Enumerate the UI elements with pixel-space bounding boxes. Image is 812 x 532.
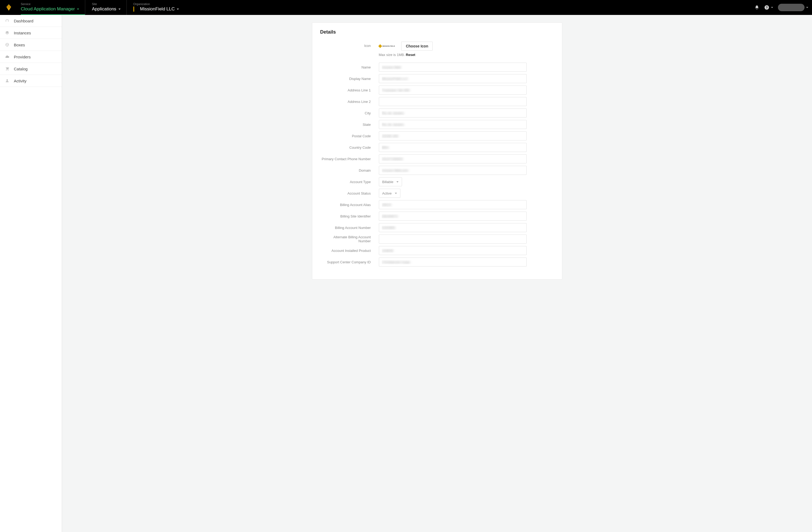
user-avatar: [778, 4, 804, 11]
form-row: Primary Contact Phone Number: [320, 154, 554, 164]
field-label-account-type: Account Type: [320, 180, 379, 184]
notifications-button[interactable]: [753, 4, 760, 11]
field-input-alternate-billing-account-number[interactable]: [379, 235, 526, 243]
field-input-name[interactable]: [379, 62, 526, 72]
field-input-support-center-company-id[interactable]: [379, 257, 526, 267]
field-input-display-name[interactable]: [379, 74, 526, 83]
form-row: Support Center Company ID: [320, 257, 554, 267]
sidebar-item-label: Providers: [14, 55, 31, 59]
user-icon: [5, 79, 10, 83]
caret-down-icon: [77, 9, 79, 10]
field-label-icon: Icon: [320, 42, 379, 48]
form-row: Alternate Billing Account Number: [320, 234, 554, 244]
org-logo-icon: [378, 44, 382, 48]
nav-service-value: Cloud Application Manager: [21, 6, 79, 12]
field-label-state: State: [320, 123, 379, 127]
form-row: Domain: [320, 166, 554, 175]
field-input-account-installed-product[interactable]: [379, 246, 526, 255]
field-input-primary-contact-phone-number[interactable]: [379, 154, 526, 163]
form-row: State: [320, 120, 554, 129]
form-row: City: [320, 108, 554, 118]
form-row: Postal Code: [320, 131, 554, 141]
org-badge-icon: [133, 6, 134, 12]
sidebar-item-providers[interactable]: Providers: [0, 51, 62, 63]
sidebar-item-label: Dashboard: [14, 19, 33, 23]
sidebar-item-activity[interactable]: Activity: [0, 75, 62, 87]
caret-down-icon: [395, 193, 397, 194]
nav-site[interactable]: Site Applications: [85, 0, 127, 15]
field-label-city: City: [320, 111, 379, 115]
caret-down-icon: [806, 7, 808, 8]
field-label-postal-code: Postal Code: [320, 134, 379, 138]
field-input-state[interactable]: [379, 120, 526, 129]
caret-down-icon: [396, 181, 398, 183]
field-input-domain[interactable]: [379, 166, 526, 175]
field-input-address-line-2[interactable]: [379, 97, 526, 106]
field-label-alternate-billing-account-number: Alternate Billing Account Number: [320, 235, 379, 243]
form-row: Billing Site Identifier: [320, 211, 554, 221]
field-label-billing-account-number: Billing Account Number: [320, 226, 379, 230]
field-input-postal-code[interactable]: [379, 131, 526, 140]
topbar: Service Cloud Application Manager Site A…: [0, 0, 812, 15]
panel-title: Details: [320, 29, 554, 35]
sidebar-item-boxes[interactable]: Boxes: [0, 39, 62, 51]
icon-size-hint: Max size is 1MB. Reset: [379, 53, 554, 57]
caret-down-icon: [177, 9, 179, 10]
caret-down-icon: [118, 9, 120, 10]
field-label-billing-site-identifier: Billing Site Identifier: [320, 214, 379, 218]
field-label-display-name: Display Name: [320, 77, 379, 81]
details-panel: Details Icon MISSION FIELD Choose Icon M…: [312, 23, 562, 280]
main-content: Details Icon MISSION FIELD Choose Icon M…: [62, 15, 812, 293]
sidebar-item-instances[interactable]: Instances: [0, 27, 62, 39]
sidebar-item-label: Activity: [14, 79, 27, 83]
cart-icon: [5, 67, 10, 71]
sidebar: DashboardInstancesBoxesProvidersCatalogA…: [0, 15, 62, 293]
account-status-select[interactable]: Active: [379, 189, 401, 198]
sidebar-item-label: Catalog: [14, 67, 28, 71]
svg-text:?: ?: [766, 5, 768, 9]
user-menu[interactable]: [777, 3, 809, 12]
field-input-city[interactable]: [379, 109, 526, 117]
nav-service-label: Service: [21, 2, 79, 6]
nav-org-label: Organization: [133, 2, 179, 6]
choose-icon-button[interactable]: Choose Icon: [401, 42, 433, 51]
nav-organization[interactable]: Organization MissionField LLC: [127, 0, 185, 15]
nav-service[interactable]: Service Cloud Application Manager: [21, 0, 85, 15]
form-row: Display Name: [320, 74, 554, 83]
form-row: Account Installed Product: [320, 246, 554, 255]
account-type-select[interactable]: Billable: [379, 177, 402, 186]
form-row: Billing Account Number: [320, 223, 554, 233]
cube-icon: [5, 43, 10, 47]
cloud-icon: [5, 55, 10, 59]
field-label-address-line-1: Address Line 1: [320, 88, 379, 92]
field-label-billing-account-alias: Billing Account Alias: [320, 203, 379, 207]
field-input-country-code[interactable]: [379, 143, 526, 152]
help-icon: ?: [764, 5, 769, 10]
field-label-address-line-2: Address Line 2: [320, 100, 379, 104]
gauge-icon: [5, 19, 10, 23]
field-input-billing-account-number[interactable]: [379, 223, 526, 232]
form-row: Address Line 2: [320, 97, 554, 106]
field-label-country-code: Country Code: [320, 145, 379, 150]
nav-site-label: Site: [92, 2, 120, 6]
field-input-billing-site-identifier[interactable]: [379, 212, 526, 221]
help-button[interactable]: ?: [763, 4, 774, 11]
field-label-primary-contact-phone-number: Primary Contact Phone Number: [320, 157, 379, 161]
field-label-name: Name: [320, 65, 379, 69]
icon-preview: MISSION FIELD: [379, 45, 395, 47]
app-logo-icon: [5, 3, 13, 12]
sidebar-item-label: Instances: [14, 31, 31, 35]
form-row: Billing Account Alias: [320, 200, 554, 210]
field-label-account-installed-product: Account Installed Product: [320, 249, 379, 253]
field-input-address-line-1[interactable]: [379, 86, 526, 95]
sidebar-item-label: Boxes: [14, 43, 25, 47]
sidebar-item-catalog[interactable]: Catalog: [0, 63, 62, 75]
sidebar-item-dashboard[interactable]: Dashboard: [0, 15, 62, 27]
field-input-billing-account-alias[interactable]: [379, 200, 526, 209]
form-row: Country Code: [320, 143, 554, 152]
caret-down-icon: [771, 7, 773, 8]
nav-org-value: MissionField LLC: [133, 6, 179, 12]
form-row: Address Line 1: [320, 85, 554, 95]
reset-icon-link[interactable]: Reset: [406, 53, 415, 57]
field-label-support-center-company-id: Support Center Company ID: [320, 260, 379, 264]
